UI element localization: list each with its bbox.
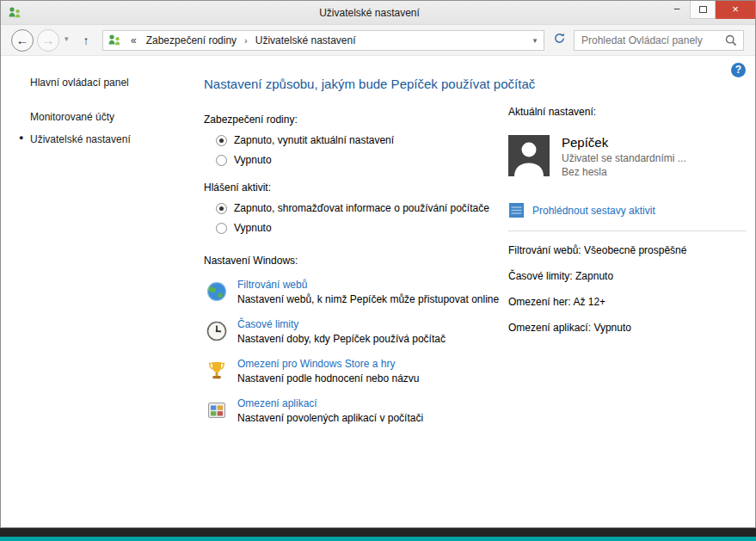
- search-box: [574, 30, 744, 51]
- status-value: Až 12+: [573, 296, 605, 308]
- search-icon[interactable]: [724, 34, 738, 47]
- radio-label: Zapnuto, shromažďovat informace o použív…: [234, 202, 489, 214]
- status-label: Omezení her:: [508, 296, 571, 308]
- maximize-icon: [699, 6, 707, 13]
- apps-icon: [206, 399, 228, 421]
- user-name: Pepíček: [562, 135, 686, 150]
- store-games-restrictions-link[interactable]: Omezení pro Windows Store a hry: [237, 358, 420, 370]
- family-safety-group-label: Zabezpečení rodiny:: [204, 114, 507, 126]
- radio-row-family-safety-on[interactable]: Zapnuto, vynutit aktuální nastavení: [216, 134, 507, 146]
- window-title: Uživatelské nastavení: [87, 1, 652, 25]
- sidebar: Hlavní ovládací panel Monitorované účty …: [1, 71, 192, 151]
- main-panel: Nastavení způsobu, jakým bude Pepíček po…: [204, 77, 507, 437]
- search-input[interactable]: [575, 34, 724, 46]
- sidebar-item-control-panel-home[interactable]: Hlavní ovládací panel: [1, 71, 192, 94]
- time-limits-link[interactable]: Časové limity: [237, 318, 446, 330]
- radio-label: Vypnuto: [234, 222, 272, 234]
- windows-settings-label: Nastavení Windows:: [204, 255, 507, 267]
- maximize-button[interactable]: [690, 1, 716, 19]
- up-icon: ↑: [83, 34, 89, 47]
- recent-pages-dropdown[interactable]: ▾: [65, 34, 69, 43]
- status-label: Časové limity:: [508, 270, 573, 282]
- refresh-button[interactable]: [550, 32, 569, 49]
- family-safety-app-icon: [8, 6, 22, 20]
- trophy-icon: [206, 360, 228, 382]
- status-value: Vypnuto: [593, 322, 631, 334]
- user-password-status: Bez hesla: [562, 166, 686, 178]
- store-games-row: Omezení pro Windows Store a hry Nastaven…: [204, 358, 507, 384]
- radio-row-activity-on[interactable]: Zapnuto, shromažďovat informace o použív…: [216, 202, 507, 214]
- taskbar-accent-strip: [0, 537, 756, 541]
- close-button[interactable]: ×: [716, 1, 755, 19]
- web-filtering-description: Nastavení webů, k nimž Pepíček může přis…: [237, 293, 499, 305]
- breadcrumb-overflow[interactable]: «: [126, 34, 142, 46]
- activity-reporting-group-label: Hlášení aktivit:: [204, 181, 507, 194]
- back-icon: ←: [16, 33, 29, 47]
- game-restrictions-status: Omezení her: Až 12+: [508, 296, 747, 308]
- radio-activity-on[interactable]: [216, 203, 227, 214]
- activity-report-icon: [508, 202, 525, 218]
- family-safety-icon: [108, 34, 121, 47]
- sidebar-item-monitored-accounts[interactable]: Monitorované účty: [1, 106, 192, 128]
- store-games-restrictions-description: Nastavení podle hodnocení nebo názvu: [237, 372, 420, 384]
- back-button[interactable]: ←: [11, 29, 34, 52]
- minimize-button[interactable]: –: [664, 1, 690, 19]
- current-page-bullet-icon: ●: [19, 133, 23, 142]
- breadcrumb-dropdown-icon[interactable]: ▾: [526, 36, 544, 45]
- radio-family-safety-off[interactable]: [216, 155, 227, 166]
- breadcrumb-separator-icon: ›: [241, 35, 251, 46]
- taskbar-edge: [0, 528, 756, 537]
- view-activity-reports-row[interactable]: Prohlédnout sestavy aktivit: [508, 202, 747, 218]
- app-restrictions-description: Nastavení povolených aplikací v počítači: [237, 412, 423, 424]
- radio-family-safety-on[interactable]: [216, 135, 227, 146]
- web-filtering-row: Filtrování webů Nastavení webů, k nimž P…: [204, 279, 507, 305]
- minimize-icon: –: [674, 3, 680, 15]
- user-card: Pepíček Uživatel se standardními ... Bez…: [508, 135, 747, 180]
- time-limits-row: Časové limity Nastavení doby, kdy Pepíče…: [204, 318, 507, 345]
- sidebar-item-label: Hlavní ovládací panel: [30, 77, 129, 89]
- radio-label: Vypnuto: [234, 154, 272, 166]
- refresh-icon: [553, 32, 566, 45]
- sidebar-item-label: Monitorované účty: [30, 111, 114, 123]
- time-limits-status: Časové limity: Zapnuto: [508, 270, 747, 282]
- globe-icon: [206, 280, 228, 303]
- toolbar: ← → ▾ ↑ « Zabezpečení rodiny › Uživatels…: [1, 25, 755, 56]
- current-settings-title: Aktuální nastavení:: [508, 106, 747, 118]
- breadcrumb-item-user-settings[interactable]: Uživatelské nastavení: [251, 34, 360, 46]
- status-label: Filtrování webů:: [508, 244, 581, 256]
- web-filtering-link[interactable]: Filtrování webů: [237, 279, 499, 291]
- help-button[interactable]: ?: [731, 63, 746, 77]
- radio-row-activity-off[interactable]: Vypnuto: [216, 222, 507, 234]
- app-restrictions-link[interactable]: Omezení aplikací: [237, 397, 423, 409]
- user-account-type: Uživatel se standardními ...: [562, 152, 686, 164]
- status-label: Omezení aplikací:: [508, 322, 591, 334]
- time-limits-description: Nastavení doby, kdy Pepíček používá počí…: [237, 333, 446, 345]
- breadcrumb: « Zabezpečení rodiny › Uživatelské nasta…: [102, 30, 544, 51]
- clock-icon: [206, 320, 228, 342]
- radio-activity-off[interactable]: [216, 223, 227, 234]
- forward-button[interactable]: →: [37, 29, 59, 52]
- current-settings-panel: Aktuální nastavení: Pepíček Uživatel se …: [508, 106, 747, 347]
- page-title: Nastavení způsobu, jakým bude Pepíček po…: [204, 77, 507, 91]
- content-area: ? Hlavní ovládací panel Monitorované účt…: [1, 56, 755, 527]
- app-restrictions-status: Omezení aplikací: Vypnuto: [508, 322, 747, 334]
- close-icon: ×: [732, 3, 739, 15]
- web-filtering-status: Filtrování webů: Všeobecně prospěšné: [508, 244, 747, 256]
- help-icon: ?: [735, 64, 741, 76]
- sidebar-item-user-settings[interactable]: ● Uživatelské nastavení: [1, 128, 192, 151]
- window: Uživatelské nastavení – × ← → ▾ ↑ « Zabe…: [0, 0, 756, 528]
- titlebar[interactable]: Uživatelské nastavení – ×: [1, 1, 755, 25]
- sidebar-item-label: Uživatelské nastavení: [30, 133, 131, 145]
- forward-icon: →: [42, 33, 55, 47]
- user-avatar: [508, 135, 550, 176]
- summary-divider: [508, 231, 747, 231]
- chevron-down-icon: ▾: [65, 34, 69, 43]
- app-restrictions-row: Omezení aplikací Nastavení povolených ap…: [204, 397, 507, 424]
- up-button[interactable]: ↑: [77, 31, 95, 50]
- radio-label: Zapnuto, vynutit aktuální nastavení: [234, 134, 394, 146]
- breadcrumb-item-family-safety[interactable]: Zabezpečení rodiny: [142, 34, 241, 46]
- view-activity-reports-link[interactable]: Prohlédnout sestavy aktivit: [532, 205, 655, 217]
- status-value: Zapnuto: [575, 270, 613, 282]
- status-value: Všeobecně prospěšné: [584, 244, 686, 256]
- radio-row-family-safety-off[interactable]: Vypnuto: [216, 154, 507, 166]
